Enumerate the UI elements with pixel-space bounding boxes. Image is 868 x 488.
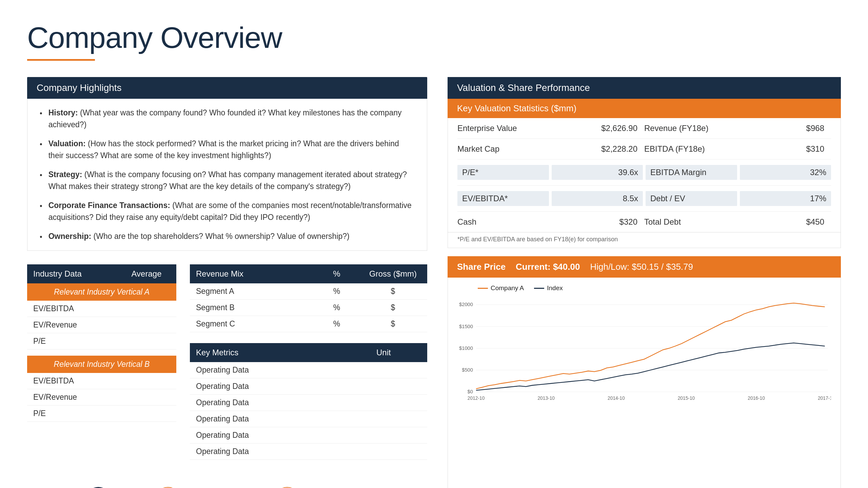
chart-container: Company A Index $2000 $1500 $1000 $500 $	[448, 278, 841, 488]
svg-text:2016-10: 2016-10	[748, 396, 765, 401]
valuation-note: *P/E and EV/EBITDA are based on FY18(e) …	[448, 232, 841, 248]
highlight-valuation-text: Valuation: (How has the stock performed?…	[48, 138, 415, 161]
key-metrics-header: Key Metrics Unit	[190, 343, 427, 362]
industry-header-label: Industry Data	[33, 269, 123, 279]
highlight-transactions-text: Corporate Finance Transactions: (What ar…	[48, 200, 415, 223]
key-metrics-label: Key Metrics	[196, 348, 346, 357]
valuation-header: Valuation & Share Performance	[448, 77, 841, 99]
industry-vertical-a: Relevant Industry Vertical A	[27, 283, 176, 301]
highlight-valuation: • Valuation: (How has the stock performe…	[40, 138, 415, 161]
revenue-value: $968	[734, 124, 831, 133]
highlight-strategy: • Strategy: (What is the company focusin…	[40, 169, 415, 192]
industry-row-ev-revenue-a: EV/Revenue	[27, 317, 176, 333]
ev-ebitda-label: EV/EBITDA*	[457, 191, 549, 206]
svg-text:$500: $500	[462, 367, 473, 373]
valuation-stats: Enterprise Value $2,626.90 Revenue (FY18…	[448, 118, 841, 232]
revenue-mix-label: Revenue Mix	[196, 269, 309, 279]
industry-avg-label: Average	[123, 269, 170, 279]
industry-row-ev-revenue-b: EV/Revenue	[27, 389, 176, 406]
revenue-row-b: Segment B % $	[190, 300, 427, 316]
revenue-mix-table: Revenue Mix % Gross ($mm) Segment A % $ …	[190, 264, 427, 332]
legend-label-company-a: Company A	[491, 284, 524, 292]
valuation-subheader: Key Valuation Statistics ($mm)	[448, 99, 841, 118]
revenue-row-c: Segment C % $	[190, 316, 427, 332]
industry-row-pe-a: P/E	[27, 333, 176, 350]
key-metrics-unit-col: Unit	[346, 348, 421, 357]
mktcap-label: Market Cap	[457, 144, 548, 154]
val-row-4: EV/EBITDA* 8.5x Debt / EV 17%	[457, 186, 831, 212]
company-highlights-section: Company Highlights • History: (What year…	[27, 77, 427, 251]
val-row-2: Market Cap $2,228.20 EBITDA (FY18e) $310	[457, 139, 831, 159]
total-debt-value: $450	[734, 217, 831, 227]
cash-label: Cash	[457, 217, 548, 227]
legend-line-index	[534, 288, 544, 289]
highlight-strategy-text: Strategy: (What is the company focusing …	[48, 169, 415, 192]
share-price-current: Current: $40.00	[516, 262, 580, 272]
ebitda-value: $310	[734, 144, 831, 154]
share-price-label: Share Price	[457, 262, 506, 272]
total-debt-label: Total Debt	[644, 217, 734, 227]
svg-text:$0: $0	[468, 389, 473, 394]
main-content: Company Highlights • History: (What year…	[27, 77, 841, 488]
metrics-row-3: Operating Data	[190, 395, 427, 411]
industry-spacer	[27, 350, 176, 356]
svg-text:$1000: $1000	[459, 345, 473, 351]
metrics-row-1: Operating Data	[190, 362, 427, 378]
highlight-transactions: • Corporate Finance Transactions: (What …	[40, 200, 415, 223]
revenue-label: Revenue (FY18e)	[644, 124, 734, 133]
revenue-metrics: Revenue Mix % Gross ($mm) Segment A % $ …	[190, 264, 427, 460]
highlights-box: • History: (What year was the company fo…	[27, 99, 427, 251]
bullet-icon: •	[40, 200, 42, 211]
industry-row-ev-ebitda-a: EV/EBITDA	[27, 301, 176, 317]
mktcap-value: $2,228.20	[548, 144, 645, 154]
key-metrics-table: Key Metrics Unit Operating Data Operatin…	[190, 343, 427, 460]
industry-table: Industry Data Average Relevant Industry …	[27, 264, 176, 460]
left-column: Company Highlights • History: (What year…	[27, 77, 427, 488]
ebitda-margin-label: EBITDA Margin	[646, 165, 737, 180]
chart-svg-wrapper: $2000 $1500 $1000 $500 $0 2012-10 201	[457, 295, 831, 411]
svg-text:2013-10: 2013-10	[537, 396, 555, 401]
svg-text:2017-10: 2017-10	[818, 396, 831, 401]
highlight-history: • History: (What year was the company fo…	[40, 107, 415, 130]
val-row-5: Cash $320 Total Debt $450	[457, 212, 831, 232]
svg-text:$2000: $2000	[459, 302, 473, 307]
svg-text:$1500: $1500	[459, 324, 473, 329]
timeline-section: 1 Company Overview 2 Industry Overview 3…	[27, 484, 427, 488]
title-underline	[27, 59, 95, 61]
revenue-row-a: Segment A % $	[190, 283, 427, 300]
ebitda-label: EBITDA (FY18e)	[644, 144, 734, 154]
metrics-row-6: Operating Data	[190, 444, 427, 460]
bullet-icon: •	[40, 138, 42, 150]
bottom-section: Industry Data Average Relevant Industry …	[27, 264, 427, 460]
debt-ev-label: Debt / EV	[646, 191, 737, 206]
ev-label: Enterprise Value	[457, 124, 548, 133]
revenue-mix-pct-col: %	[309, 269, 365, 279]
ev-value: $2,626.90	[548, 124, 645, 133]
legend-label-index: Index	[547, 284, 563, 292]
industry-row-pe-b: P/E	[27, 406, 176, 422]
page-title: Company Overview	[27, 20, 841, 55]
industry-vertical-b: Relevant Industry Vertical B	[27, 356, 176, 373]
chart-legend: Company A Index	[457, 284, 831, 292]
highlight-history-text: History: (What year was the company foun…	[48, 107, 415, 130]
share-price-highlow: High/Low: $50.15 / $35.79	[590, 262, 693, 272]
industry-header: Industry Data Average	[27, 264, 176, 283]
legend-company-a: Company A	[478, 284, 524, 292]
metrics-row-5: Operating Data	[190, 427, 427, 444]
revenue-mix-gross-col: Gross ($mm)	[365, 269, 421, 279]
svg-text:2015-10: 2015-10	[678, 396, 695, 401]
ev-ebitda-value: 8.5x	[552, 191, 643, 206]
ebitda-margin-value: 32%	[740, 165, 831, 180]
highlight-ownership-text: Ownership: (Who are the top shareholders…	[48, 230, 350, 242]
bullet-icon: •	[40, 231, 42, 242]
val-row-1: Enterprise Value $2,626.90 Revenue (FY18…	[457, 118, 831, 139]
cash-value: $320	[548, 217, 645, 227]
right-column: Valuation & Share Performance Key Valuat…	[448, 77, 841, 488]
svg-text:2012-10: 2012-10	[468, 396, 485, 401]
pe-value: 39.6x	[552, 165, 643, 180]
svg-text:2014-10: 2014-10	[608, 396, 625, 401]
valuation-section: Valuation & Share Performance Key Valuat…	[448, 77, 841, 248]
val-row-3: P/E* 39.6x EBITDA Margin 32%	[457, 159, 831, 186]
legend-line-company-a	[478, 288, 488, 289]
metrics-row-4: Operating Data	[190, 411, 427, 427]
